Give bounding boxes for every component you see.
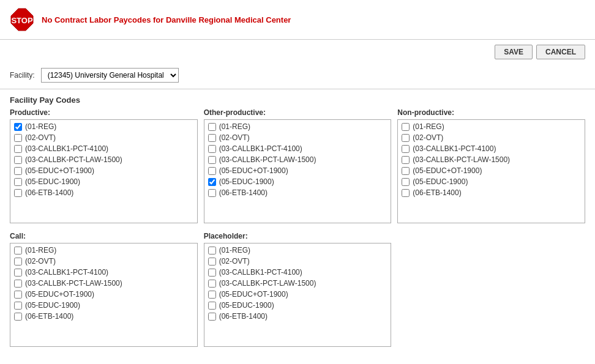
ph-checkbox-1[interactable] <box>208 247 216 254</box>
ph-item-3[interactable]: (03-CALLBK1-PCT-4100) <box>219 268 302 277</box>
row-2: Call: (01-REG) (02-OVT) (03-CALLBK1-PCT-… <box>10 232 585 347</box>
call-item-7[interactable]: (06-ETB-1400) <box>25 312 73 321</box>
ph-item-4[interactable]: (03-CALLBK-PCT-LAW-1500) <box>219 279 316 288</box>
ph-item-5[interactable]: (05-EDUC+OT-1900) <box>219 290 288 299</box>
list-item: (06-ETB-1400) <box>10 311 197 322</box>
op-item-4[interactable]: (03-CALLBK-PCT-LAW-1500) <box>219 155 316 164</box>
np-checkbox-3[interactable] <box>402 145 410 153</box>
call-checkbox-6[interactable] <box>14 302 22 310</box>
list-item: (06-ETB-1400) <box>204 187 391 198</box>
call-checkbox-5[interactable] <box>14 291 22 299</box>
list-item: (05-EDUC-1900) <box>10 300 197 311</box>
np-checkbox-1[interactable] <box>402 123 410 131</box>
ph-item-6[interactable]: (05-EDUC-1900) <box>219 301 274 310</box>
list-item: (03-CALLBK1-PCT-4100) <box>398 143 585 154</box>
op-checkbox-4[interactable] <box>208 156 216 164</box>
header: STOP No Contract Labor Paycodes for Danv… <box>0 0 595 40</box>
call-checkbox-3[interactable] <box>14 269 22 277</box>
productive-item-4[interactable]: (03-CALLBK-PCT-LAW-1500) <box>25 155 122 164</box>
list-item: (02-OVT) <box>10 256 197 267</box>
call-checkbox-7[interactable] <box>14 313 22 321</box>
np-checkbox-6[interactable] <box>402 178 410 186</box>
ph-item-2[interactable]: (02-OVT) <box>219 257 250 266</box>
productive-item-2[interactable]: (02-OVT) <box>25 133 56 142</box>
np-checkbox-4[interactable] <box>402 156 410 164</box>
ph-checkbox-7[interactable] <box>208 313 216 321</box>
non-productive-list[interactable]: (01-REG) (02-OVT) (03-CALLBK1-PCT-4100) … <box>397 119 585 223</box>
op-checkbox-2[interactable] <box>208 134 216 142</box>
np-item-1[interactable]: (01-REG) <box>413 122 444 131</box>
ph-checkbox-6[interactable] <box>208 302 216 310</box>
op-checkbox-3[interactable] <box>208 145 216 153</box>
call-group: Call: (01-REG) (02-OVT) (03-CALLBK1-PCT-… <box>10 232 198 347</box>
list-item: (05-EDUC+OT-1900) <box>398 165 585 176</box>
call-item-3[interactable]: (03-CALLBK1-PCT-4100) <box>25 268 108 277</box>
save-button[interactable]: SAVE <box>495 45 533 59</box>
call-item-4[interactable]: (03-CALLBK-PCT-LAW-1500) <box>25 279 122 288</box>
call-checkbox-2[interactable] <box>14 258 22 266</box>
facility-select[interactable]: (12345) University General Hospital <box>41 68 179 83</box>
productive-item-7[interactable]: (06-ETB-1400) <box>25 188 73 197</box>
op-item-3[interactable]: (03-CALLBK1-PCT-4100) <box>219 144 302 153</box>
cancel-button[interactable]: CANCEL <box>536 45 585 59</box>
productive-checkbox-2[interactable] <box>14 134 22 142</box>
ph-item-1[interactable]: (01-REG) <box>219 246 250 254</box>
np-checkbox-2[interactable] <box>402 134 410 142</box>
np-item-2[interactable]: (02-OVT) <box>413 133 443 142</box>
call-checkbox-1[interactable] <box>14 247 22 254</box>
call-item-5[interactable]: (05-EDUC+OT-1900) <box>25 290 94 299</box>
np-item-3[interactable]: (03-CALLBK1-PCT-4100) <box>413 144 496 153</box>
ph-checkbox-3[interactable] <box>208 269 216 277</box>
list-item: (03-CALLBK-PCT-LAW-1500) <box>10 278 197 289</box>
op-checkbox-5[interactable] <box>208 167 216 175</box>
ph-item-7[interactable]: (06-ETB-1400) <box>219 312 268 321</box>
call-item-1[interactable]: (01-REG) <box>25 246 56 254</box>
section-title: Facility Pay Codes <box>0 89 595 108</box>
productive-checkbox-1[interactable] <box>14 123 22 131</box>
op-item-7[interactable]: (06-ETB-1400) <box>219 188 268 197</box>
op-item-5[interactable]: (05-EDUC+OT-1900) <box>219 166 288 175</box>
np-item-4[interactable]: (03-CALLBK-PCT-LAW-1500) <box>413 155 510 164</box>
call-item-2[interactable]: (02-OVT) <box>25 257 56 266</box>
np-item-5[interactable]: (05-EDUC+OT-1900) <box>413 166 482 175</box>
row-1: Productive: (01-REG) (02-OVT) (03-CALLBK… <box>10 108 585 223</box>
ph-checkbox-2[interactable] <box>208 258 216 266</box>
call-item-6[interactable]: (05-EDUC-1900) <box>25 301 80 310</box>
non-productive-group: Non-productive: (01-REG) (02-OVT) (03-CA… <box>397 108 585 223</box>
productive-item-5[interactable]: (05-EDUC+OT-1900) <box>25 166 94 175</box>
ph-checkbox-5[interactable] <box>208 291 216 299</box>
op-item-2[interactable]: (02-OVT) <box>219 133 250 142</box>
op-checkbox-7[interactable] <box>208 189 216 197</box>
productive-checkbox-4[interactable] <box>14 156 22 164</box>
np-checkbox-7[interactable] <box>402 189 410 197</box>
list-item: (03-CALLBK1-PCT-4100) <box>204 143 391 154</box>
op-item-1[interactable]: (01-REG) <box>219 122 250 131</box>
productive-item-1[interactable]: (01-REG) <box>25 122 56 131</box>
op-item-6[interactable]: (05-EDUC-1900) <box>219 177 274 186</box>
productive-item-6[interactable]: (05-EDUC-1900) <box>25 177 80 186</box>
placeholder-list[interactable]: (01-REG) (02-OVT) (03-CALLBK1-PCT-4100) … <box>204 243 392 347</box>
np-checkbox-5[interactable] <box>402 167 410 175</box>
toolbar: SAVE CANCEL <box>0 40 595 64</box>
productive-checkbox-3[interactable] <box>14 145 22 153</box>
productive-checkbox-7[interactable] <box>14 189 22 197</box>
call-checkbox-4[interactable] <box>14 280 22 288</box>
facility-row: Facility: (12345) University General Hos… <box>0 64 595 89</box>
list-item: (05-EDUC+OT-1900) <box>10 289 197 300</box>
productive-label: Productive: <box>10 108 198 117</box>
list-item: (02-OVT) <box>204 256 391 267</box>
placeholder-label: Placeholder: <box>204 232 392 240</box>
other-productive-group: Other-productive: (01-REG) (02-OVT) (03-… <box>204 108 392 223</box>
productive-checkbox-5[interactable] <box>14 167 22 175</box>
call-list[interactable]: (01-REG) (02-OVT) (03-CALLBK1-PCT-4100) … <box>10 243 198 347</box>
op-checkbox-6[interactable] <box>208 178 216 186</box>
ph-checkbox-4[interactable] <box>208 280 216 288</box>
productive-list[interactable]: (01-REG) (02-OVT) (03-CALLBK1-PCT-4100) … <box>10 119 198 223</box>
productive-item-3[interactable]: (03-CALLBK1-PCT-4100) <box>25 144 108 153</box>
op-checkbox-1[interactable] <box>208 123 216 131</box>
other-productive-list[interactable]: (01-REG) (02-OVT) (03-CALLBK1-PCT-4100) … <box>204 119 392 223</box>
np-item-7[interactable]: (06-ETB-1400) <box>413 188 461 197</box>
productive-checkbox-6[interactable] <box>14 178 22 186</box>
facility-label: Facility: <box>10 71 35 80</box>
np-item-6[interactable]: (05-EDUC-1900) <box>413 177 468 186</box>
